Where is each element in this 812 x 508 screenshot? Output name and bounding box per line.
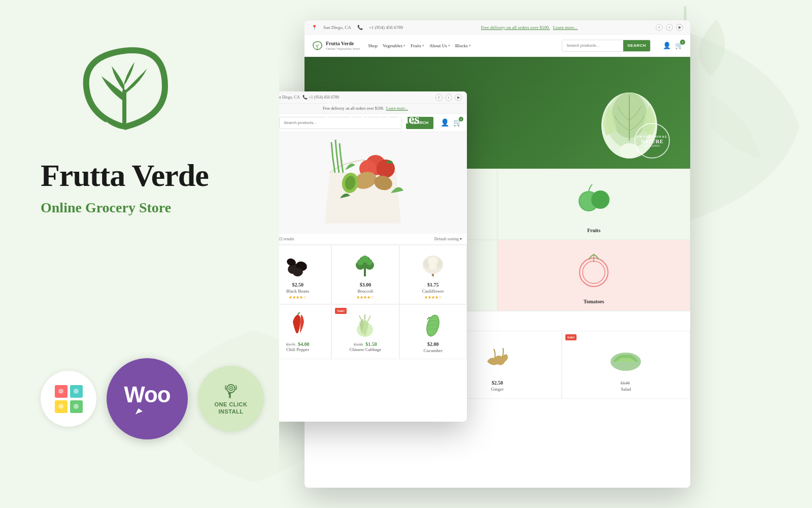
store-search: SEARCH bbox=[562, 40, 651, 52]
cauliflower-image bbox=[418, 249, 448, 280]
nav-about[interactable]: About Us ▾ bbox=[429, 43, 450, 48]
cart-icon[interactable]: 🛒 0 bbox=[675, 42, 683, 50]
broccoli-name: Broccoli bbox=[335, 289, 395, 294]
overlay-product-cauliflower: $1.75 Cauliflower ★★★★☆ bbox=[399, 245, 467, 304]
fruits-svg bbox=[571, 178, 617, 219]
search-input[interactable] bbox=[562, 40, 623, 51]
cabbage-sale-badge: Sale! bbox=[335, 308, 347, 314]
overlay-sort-label: Default sorting bbox=[434, 237, 459, 241]
hero-title: Fresh Vegetables bbox=[325, 111, 420, 127]
nav-vegetables[interactable]: Vegetables ▾ bbox=[383, 43, 405, 48]
chinese-cabbage-image bbox=[350, 309, 381, 339]
cabbage-old-price: $3.00 bbox=[354, 342, 363, 347]
store-tagline: Online Vegetables Store bbox=[326, 47, 360, 51]
overlay-fb-icon[interactable]: f bbox=[435, 94, 443, 101]
svg-point-10 bbox=[230, 388, 232, 389]
overlay-user-icon[interactable]: 👤 bbox=[441, 118, 449, 127]
traditional-text: TRADITIONAL bbox=[636, 135, 667, 139]
woo-label: Woo bbox=[124, 382, 171, 407]
svg-point-5 bbox=[74, 389, 79, 394]
broccoli-image bbox=[350, 249, 381, 280]
overlay-sort[interactable]: Default sorting ▾ bbox=[434, 237, 462, 241]
chili-old-price: $3.75 bbox=[286, 342, 295, 347]
tomato-sketch-svg bbox=[571, 249, 617, 290]
oci-icon bbox=[222, 383, 240, 401]
broccoli-stars: ★★★★☆ bbox=[335, 295, 395, 300]
nav-blocks[interactable]: Blocks ▾ bbox=[455, 43, 471, 48]
location-icon: 📍 bbox=[312, 25, 317, 30]
left-panel: Frutta Verde Online Grocery Store bbox=[0, 0, 294, 508]
beans-price: $2.50 bbox=[279, 282, 328, 288]
search-button[interactable]: SEARCH bbox=[623, 40, 650, 51]
svg-point-24 bbox=[583, 261, 605, 283]
overlay-mockup: 📍 San Diego, CA 📞 +1 (954) 456 6789 f t … bbox=[279, 91, 467, 422]
chili-name: Chili Pepper bbox=[279, 347, 328, 352]
twitter-icon[interactable]: t bbox=[666, 24, 673, 31]
user-icon[interactable]: 👤 bbox=[663, 42, 671, 50]
ginger-svg bbox=[480, 339, 515, 374]
learn-more-link[interactable]: Learn more... bbox=[553, 25, 578, 30]
tomatoes-label: Tomatoes bbox=[584, 299, 604, 304]
cauliflower-price: $1.75 bbox=[403, 282, 463, 288]
svg-point-52 bbox=[429, 263, 437, 270]
overlay-sort-arrow: ▾ bbox=[460, 237, 462, 241]
chili-prices: $3.75 $4.00 bbox=[279, 341, 328, 347]
hero-text: Always Fresh Vegetables bbox=[325, 99, 420, 127]
product-item-salad: Sale! $3.00 Salad bbox=[562, 331, 690, 399]
chili-new-price: $4.00 bbox=[298, 341, 310, 347]
broccoli-price: $3.00 bbox=[335, 282, 395, 288]
overlay-hero-img bbox=[279, 132, 467, 234]
fruits-label: Fruits bbox=[587, 228, 600, 233]
nav-shop[interactable]: Shop bbox=[368, 43, 378, 48]
store-nav-links: Shop Vegetables ▾ Fruits ▾ About Us ▾ Bl… bbox=[368, 43, 554, 48]
elementor-badge bbox=[41, 371, 96, 427]
fruits-image-area bbox=[498, 169, 690, 228]
svg-point-4 bbox=[58, 389, 63, 394]
oci-badge: ONE CLICK INSTALL bbox=[198, 366, 264, 432]
overlay-products-grid: $2.50 Black Beans ★★★★☆ bbox=[279, 245, 467, 359]
oci-label: ONE CLICK INSTALL bbox=[203, 401, 259, 416]
salad-img bbox=[605, 336, 646, 377]
cucumber-image bbox=[418, 309, 448, 339]
svg-point-46 bbox=[357, 259, 363, 265]
brand-logo-icon bbox=[74, 41, 175, 142]
ginger-image bbox=[477, 336, 518, 377]
shopping-bag-svg bbox=[279, 132, 467, 234]
cabbage-prices: $3.00 $1.50 bbox=[335, 341, 395, 347]
nav-fruits[interactable]: Fruits ▾ bbox=[411, 43, 424, 48]
salad-name: Salad bbox=[567, 387, 685, 392]
right-panel: 📍 San Diego, CA 📞 +1 (954) 456 6789 Free… bbox=[279, 0, 812, 508]
cart-badge: 0 bbox=[680, 40, 685, 45]
beans-stars: ★★★★☆ bbox=[279, 295, 328, 300]
woo-bubble-tail bbox=[134, 407, 160, 416]
facebook-icon[interactable]: f bbox=[656, 24, 663, 31]
store-nav: Frutta Verde Online Vegetables Store Sho… bbox=[304, 35, 690, 57]
store-topbar: 📍 San Diego, CA 📞 +1 (954) 456 6789 Free… bbox=[304, 20, 690, 35]
cucumber-prod-svg bbox=[419, 310, 447, 338]
overlay-cart-icon[interactable]: 🛒 0 bbox=[453, 118, 462, 127]
elementor-lego-icon bbox=[52, 383, 85, 416]
category-tomatoes[interactable]: Tomatoes bbox=[497, 240, 690, 311]
chili-svg bbox=[284, 310, 312, 338]
overlay-yt-icon[interactable]: ▶ bbox=[455, 94, 462, 101]
brand-name: Frutta Verde Online Grocery Store bbox=[41, 157, 209, 246]
beans-svg bbox=[284, 251, 312, 279]
cucumber-price: $2.00 bbox=[403, 341, 463, 347]
cabbage-name: Chinese Cabbage bbox=[335, 347, 395, 352]
woo-badge: Woo bbox=[107, 358, 188, 439]
category-fruits[interactable]: Fruits bbox=[497, 169, 690, 240]
broccoli-svg bbox=[351, 251, 379, 279]
organic-text: ORGANIC bbox=[644, 144, 661, 147]
youtube-icon[interactable]: ▶ bbox=[676, 24, 683, 31]
cucumber-name: Cucumber bbox=[403, 348, 463, 353]
tomatoes-image-area bbox=[498, 240, 690, 299]
cauliflower-stars: ★★★★☆ bbox=[403, 295, 463, 300]
salad-sale-badge: Sale! bbox=[565, 334, 577, 340]
overlay-tw-icon[interactable]: t bbox=[445, 94, 452, 101]
nature-badge: TRADITIONAL NATURE ORGANIC bbox=[634, 123, 670, 158]
promo-text: Free delivery on all orders over $100. bbox=[481, 25, 550, 30]
store-name: Frutta Verde bbox=[326, 41, 360, 47]
hero-tag: Always bbox=[325, 99, 420, 109]
salad-prod-svg bbox=[608, 339, 644, 374]
store-logo-icon bbox=[312, 40, 323, 51]
